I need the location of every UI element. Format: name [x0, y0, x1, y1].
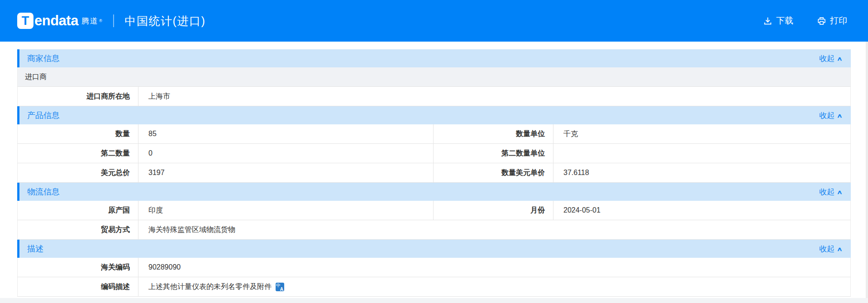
section-header: 描述收起∧ — [17, 240, 851, 258]
collapse-label: 收起 — [819, 187, 835, 197]
scrollbar-track[interactable] — [866, 42, 868, 303]
bottom-strip — [0, 298, 868, 303]
table-row: 数量85数量单位千克 — [17, 124, 851, 144]
field-value: 85 — [138, 124, 434, 143]
section-title: 产品信息 — [27, 110, 60, 121]
brand-name-cn: 腾道 — [81, 16, 99, 26]
chevron-up-icon: ∧ — [837, 56, 843, 62]
header-actions: 下载 打印 — [763, 15, 847, 27]
row-text: 进口商 — [25, 72, 47, 82]
section-title: 描述 — [27, 243, 43, 254]
chevron-up-icon: ∧ — [837, 189, 843, 195]
download-button[interactable]: 下载 — [763, 15, 793, 27]
table-row: 海关编码90289090 — [17, 258, 851, 277]
download-label: 下载 — [776, 15, 793, 27]
print-label: 打印 — [830, 15, 847, 27]
table-row: 第二数量0第二数量单位 — [17, 144, 851, 163]
section-header: 商家信息收起∧ — [17, 49, 851, 67]
print-icon — [817, 16, 826, 26]
field-label: 编码描述 — [18, 277, 138, 296]
title-divider — [113, 14, 114, 27]
field-label: 进口商所在地 — [18, 87, 138, 106]
field-value: 上述其他计量仪表的未列名零件及附件中A — [138, 277, 850, 296]
translate-icon[interactable]: 中A — [276, 283, 284, 291]
collapse-link[interactable]: 收起∧ — [819, 110, 842, 121]
tendata-logo: T endata 腾道 ® — [17, 13, 102, 29]
field-value: 海关特殊监管区域物流货物 — [138, 220, 850, 239]
field-value: 千克 — [553, 124, 850, 143]
chevron-up-icon: ∧ — [837, 246, 843, 252]
field-value: 37.6118 — [553, 163, 850, 182]
top-bar: T endata 腾道 ® 中国统计(进口) 下载 打印 — [0, 0, 868, 42]
field-value: 3197 — [138, 163, 434, 182]
translate-icon-a-glyph: A — [280, 287, 283, 292]
table-row: 进口商所在地上海市 — [17, 87, 851, 106]
collapse-link[interactable]: 收起∧ — [819, 187, 842, 197]
field-value: 2024-05-01 — [553, 201, 850, 220]
content: 商家信息收起∧进口商进口商所在地上海市产品信息收起∧数量85数量单位千克第二数量… — [17, 49, 851, 297]
section-header: 产品信息收起∧ — [17, 106, 851, 124]
field-label: 第二数量 — [18, 144, 138, 163]
brand-name: endata — [34, 13, 78, 29]
collapse-label: 收起 — [819, 244, 835, 254]
section-title: 物流信息 — [27, 186, 60, 197]
section-header: 物流信息收起∧ — [17, 183, 851, 201]
print-button[interactable]: 打印 — [817, 15, 847, 27]
collapse-link[interactable]: 收起∧ — [819, 244, 842, 254]
page-title: 中国统计(进口) — [125, 14, 206, 28]
field-value: 90289090 — [138, 258, 850, 277]
field-value: 印度 — [138, 201, 434, 220]
registered-mark: ® — [99, 19, 102, 23]
field-value: 上海市 — [138, 87, 850, 106]
table-row: 原产国印度月份2024-05-01 — [17, 201, 851, 220]
field-value — [553, 144, 850, 163]
field-label: 数量单位 — [434, 124, 553, 143]
field-label: 数量美元单价 — [434, 163, 553, 182]
table-row: 进口商 — [17, 67, 851, 87]
table-row: 美元总价3197数量美元单价37.6118 — [17, 163, 851, 183]
table-row: 编码描述上述其他计量仪表的未列名零件及附件中A — [17, 277, 851, 297]
field-label: 贸易方式 — [18, 220, 138, 239]
field-label: 原产国 — [18, 201, 138, 220]
tendata-logo-icon: T — [17, 13, 33, 29]
download-icon — [763, 16, 773, 26]
field-label: 月份 — [434, 201, 553, 220]
collapse-label: 收起 — [819, 53, 835, 64]
field-label: 海关编码 — [18, 258, 138, 277]
collapse-label: 收起 — [819, 110, 835, 121]
field-label: 第二数量单位 — [434, 144, 553, 163]
section-title: 商家信息 — [27, 53, 60, 64]
field-label: 美元总价 — [18, 163, 138, 182]
collapse-link[interactable]: 收起∧ — [819, 53, 842, 64]
field-label: 数量 — [18, 124, 138, 143]
chevron-up-icon: ∧ — [837, 113, 843, 119]
table-row: 贸易方式海关特殊监管区域物流货物 — [17, 220, 851, 240]
field-value: 0 — [138, 144, 434, 163]
